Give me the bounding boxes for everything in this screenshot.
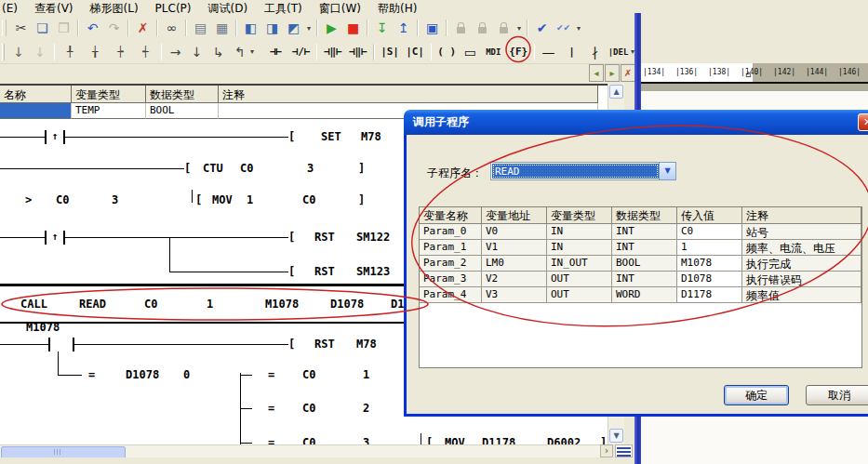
coil-output-icon[interactable]: ( ) (434, 42, 460, 62)
menu-item-6[interactable]: 窗口(W) (311, 1, 369, 16)
dialog-title: 调用子程序 (413, 114, 469, 130)
ladder-token: C0 (56, 193, 69, 206)
toolbar-separator (367, 20, 368, 36)
scroll-up-icon[interactable]: ▲ (609, 85, 623, 99)
menu-item-7[interactable]: 帮助(H) (369, 1, 425, 16)
delete-column-icon[interactable]: ┽ (133, 42, 158, 62)
ruler-tick: |144| (806, 68, 828, 76)
insert-row-below-icon[interactable]: ╁ (83, 42, 108, 62)
param-cell[interactable]: 1 (677, 240, 742, 256)
nav-prev-icon[interactable]: ◂ (589, 64, 604, 82)
contact-no-icon[interactable]: ⊣⊢ (263, 42, 288, 62)
ladder-contact[interactable] (48, 338, 74, 351)
upload-icon[interactable]: ↥ (393, 18, 414, 38)
param-cell[interactable]: D1078 (677, 272, 742, 287)
subroutine-selected-value[interactable]: READ (492, 164, 659, 179)
ladder-horizontal-scrollbar[interactable] (0, 444, 600, 458)
ladder-token: SM123 (356, 265, 390, 278)
lock-closed-icon[interactable] (450, 18, 472, 38)
ladder-token: 2 (363, 402, 369, 415)
menu-item-0[interactable]: (E) (0, 1, 26, 16)
paste-icon[interactable]: ❐ (53, 18, 74, 38)
parameter-table: 变量名称变量地址变量类型数据类型传入值注释 Param_0V0ININTC0站号… (419, 206, 862, 368)
contact-nc-icon[interactable]: ⊣/⊢ (288, 42, 314, 62)
var-table-cell-name-selected[interactable] (0, 103, 72, 119)
ruler-tick: |142| (773, 68, 795, 76)
pane-grip-icon[interactable] (615, 444, 633, 457)
param-cell: OUT (547, 272, 612, 287)
menu-item-2[interactable]: 梯形图(L) (82, 1, 147, 16)
cancel-button[interactable]: 取消 (806, 385, 868, 405)
insert-network-icon[interactable]: ↓ (8, 42, 30, 62)
var-table-cell-vartype[interactable]: TEMP (72, 103, 146, 119)
ladder-contact[interactable]: ↑ (45, 231, 65, 245)
scroll-down-icon[interactable]: ▼ (609, 429, 623, 443)
lock-partial-icon[interactable] (493, 18, 514, 38)
ladder-wire (0, 137, 288, 138)
ladder-toolbar: ↓↓╀╁┾┽→↓↳↰▾⊣⊢⊣/⊢⊣‖⊢⊣‖⊢|S||C|( )▭MDI{F}—|… (0, 40, 634, 64)
stop-icon[interactable]: ■ (342, 18, 364, 38)
copy-icon[interactable]: ❏ (32, 18, 53, 38)
param-cell[interactable]: M1078 (677, 256, 742, 272)
toolbar-handle[interactable] (2, 44, 5, 60)
menu-item-4[interactable]: 调试(D) (200, 1, 257, 16)
window-layout-1-icon[interactable]: ◧ (240, 18, 261, 38)
nav-next-icon[interactable]: ▸ (605, 64, 620, 82)
window-layout-3-icon[interactable]: ◩ (283, 18, 304, 38)
subroutine-select[interactable]: READ ▼ (490, 162, 676, 180)
lock-open-icon[interactable] (472, 18, 493, 38)
contact-positive-icon[interactable]: ⊣‖⊢ (320, 42, 345, 62)
hline-icon[interactable]: — (538, 42, 559, 62)
chevron-down-icon[interactable]: ▼ (659, 163, 675, 179)
mdi-icon[interactable]: MDI (481, 42, 506, 62)
function-box-icon[interactable]: {F} (506, 42, 531, 62)
toolbar-separator (161, 44, 162, 60)
download-icon[interactable]: ↧ (371, 18, 393, 38)
insert-column-icon[interactable]: ┾ (108, 42, 133, 62)
dropdown-arrow-icon[interactable]: ▾ (514, 24, 524, 33)
insert-network-hollow-icon[interactable]: ↓ (30, 42, 51, 62)
toolbar-separator (534, 44, 535, 60)
menu-item-3[interactable]: PLC(P) (147, 1, 200, 16)
dropdown-arrow-icon[interactable]: ▾ (304, 24, 314, 33)
nav-close-icon[interactable]: ✗ (621, 64, 635, 82)
find-icon[interactable]: ∞ (161, 18, 182, 38)
run-icon[interactable]: ▶ (321, 18, 342, 38)
ok-button[interactable]: 确定 (724, 385, 789, 405)
line-right-icon[interactable]: → (165, 42, 186, 62)
line-corner-up-icon[interactable]: ↰ (229, 42, 250, 62)
dropdown-arrow-icon[interactable]: ▾ (574, 24, 583, 33)
contact-negative-icon[interactable]: ⊣‖⊢ (345, 42, 370, 62)
toolbar-handle[interactable] (2, 20, 7, 36)
param-cell[interactable]: D1178 (677, 287, 742, 303)
next-pane-icon[interactable]: › (600, 444, 613, 457)
ladder-contact[interactable]: ↑ (45, 130, 65, 144)
line-corner-down-icon[interactable]: ↳ (207, 42, 229, 62)
compile-all-check-icon[interactable]: ✔✔ (553, 18, 574, 38)
insert-row-above-icon[interactable]: ╀ (58, 42, 83, 62)
cut-icon[interactable]: ✂ (10, 18, 32, 38)
menu-item-1[interactable]: 查看(V) (26, 1, 82, 16)
vline-icon[interactable]: | (559, 42, 584, 62)
print-icon[interactable]: ▦ (211, 18, 233, 38)
instruction-box-icon[interactable]: ▭ (460, 42, 481, 62)
ladder-wire (169, 272, 288, 272)
var-table-cell-datatype[interactable]: BOOL (146, 103, 219, 119)
del-line-icon[interactable]: |DEL (606, 42, 631, 62)
compile-check-icon[interactable]: ✔ (531, 18, 553, 38)
redo-icon[interactable]: ↷ (103, 18, 125, 38)
menu-item-5[interactable]: 工具(T) (256, 1, 311, 16)
parameter-table-header: 变量名称变量地址变量类型数据类型传入值注释 (420, 207, 861, 224)
print-preview-icon[interactable]: ▤ (190, 18, 211, 38)
window-layout-2-icon[interactable]: ◨ (261, 18, 283, 38)
line-down-icon[interactable]: ↓ (186, 42, 207, 62)
param-cell[interactable]: C0 (677, 224, 742, 240)
ladder-token: C0 (240, 162, 253, 175)
monitor-icon[interactable]: ▣ (421, 18, 443, 38)
coil-set-icon[interactable]: |S| (378, 42, 403, 62)
coil-reset-icon[interactable]: |C| (403, 42, 428, 62)
delete-icon[interactable]: ✗ (132, 18, 154, 38)
close-icon[interactable]: ✕ (858, 113, 868, 131)
undo-icon[interactable]: ↶ (82, 18, 103, 38)
delete-line-icon[interactable]: ∤ (584, 42, 606, 62)
